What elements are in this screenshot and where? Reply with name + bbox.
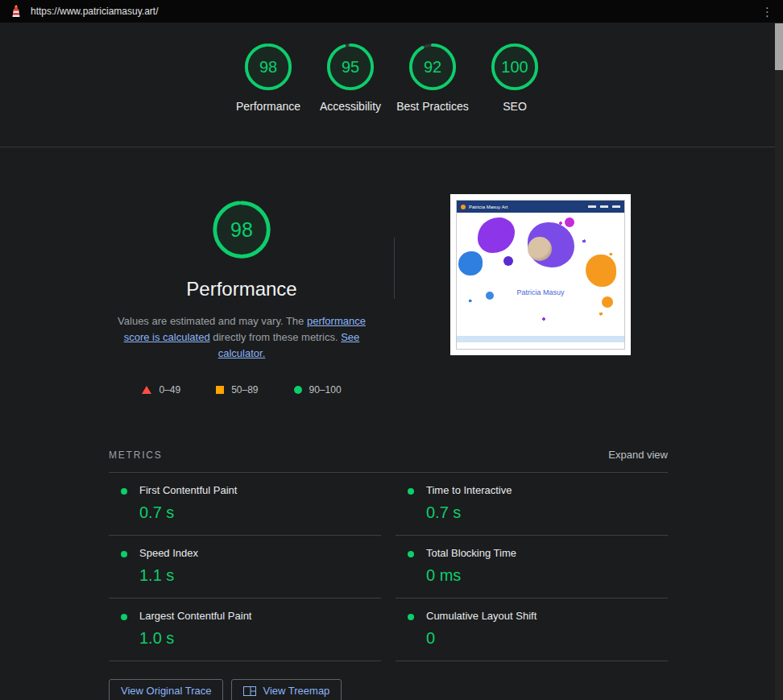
button-label: View Treemap <box>263 685 329 697</box>
metrics-actions: View Original Trace View Treemap <box>109 679 668 700</box>
expand-view-button[interactable]: Expand view <box>608 449 668 461</box>
score-label: Accessibility <box>314 99 387 115</box>
metric-label: First Contentful Paint <box>139 484 381 497</box>
paint-blob <box>586 255 616 287</box>
metric-cumulative-layout-shift: Cumulative Layout Shift 0 <box>396 599 668 661</box>
site-preview: Patricia Masuy Art Patricia Masuy <box>457 201 624 349</box>
performance-description: Values are estimated and may vary. The p… <box>109 313 375 362</box>
vertical-divider <box>394 238 395 299</box>
site-title: Patricia Masuy Art <box>469 205 508 209</box>
metric-speed-index: Speed Index 1.1 s <box>109 536 381 599</box>
view-treemap-button[interactable]: View Treemap <box>231 679 342 700</box>
treemap-icon <box>243 686 256 696</box>
performance-gauge: 98 <box>243 42 293 92</box>
summary-score-accessibility[interactable]: 95 Accessibility <box>314 42 387 147</box>
score-label: Performance <box>232 99 304 115</box>
lighthouse-icon <box>10 5 23 18</box>
legend-range: 50–89 <box>231 384 258 396</box>
site-name: Patricia Masuy <box>457 288 624 296</box>
metric-label: Time to Interactive <box>426 484 668 497</box>
metric-label: Cumulative Layout Shift <box>426 610 668 623</box>
metrics-section: METRICS Expand view First Contentful Pai… <box>109 449 668 700</box>
score-label: SEO <box>478 99 551 115</box>
summary-score-best-practices[interactable]: 92 Best Practices <box>396 42 469 147</box>
score-value: 95 <box>325 42 375 92</box>
site-nav <box>588 205 620 208</box>
average-square-icon <box>216 386 224 394</box>
pass-circle-icon <box>294 386 302 394</box>
pass-dot-icon <box>408 488 414 495</box>
metrics-header: METRICS Expand view <box>109 449 668 472</box>
legend-pass: 90–100 <box>294 384 342 396</box>
legend-range: 0–49 <box>159 384 180 396</box>
description-text: directly from these metrics. <box>210 331 342 343</box>
legend-fail: 0–49 <box>142 384 180 396</box>
final-screenshot-thumbnail: Patricia Masuy Art Patricia Masuy <box>450 194 631 355</box>
pass-dot-icon <box>408 614 414 620</box>
legend-range: 90–100 <box>309 384 342 396</box>
site-logo <box>461 205 466 209</box>
view-original-trace-button[interactable]: View Original Trace <box>109 679 223 700</box>
url-bar: https://www.patriciamasuy.art/ ⋮ <box>0 0 783 23</box>
metric-total-blocking-time: Total Blocking Time 0 ms <box>396 536 668 599</box>
metric-label: Speed Index <box>139 547 381 560</box>
performance-category-gauge: 98 <box>211 199 272 260</box>
kebab-menu-icon[interactable]: ⋮ <box>760 6 775 18</box>
pass-dot-icon <box>121 488 127 495</box>
pass-dot-icon <box>408 551 414 557</box>
metric-value: 0 ms <box>426 565 668 585</box>
metric-value: 1.1 s <box>139 565 381 585</box>
metric-label: Largest Contentful Paint <box>139 610 381 623</box>
score-value: 98 <box>211 199 272 260</box>
metric-largest-contentful-paint: Largest Contentful Paint 1.0 s <box>109 599 381 661</box>
metrics-heading: METRICS <box>109 449 163 461</box>
metric-value: 1.0 s <box>139 628 381 648</box>
score-value: 100 <box>490 42 540 92</box>
metric-value: 0 <box>426 628 668 648</box>
paint-blob <box>602 296 613 308</box>
seo-gauge: 100 <box>490 42 540 92</box>
category-title: Performance <box>109 278 375 300</box>
score-value: 92 <box>408 42 458 92</box>
metric-value: 0.7 s <box>426 503 668 522</box>
metric-time-to-interactive: Time to Interactive 0.7 s <box>396 473 668 536</box>
metrics-grid: First Contentful Paint 0.7 s Time to Int… <box>109 472 668 661</box>
paint-blob <box>565 217 574 227</box>
accessibility-gauge: 95 <box>325 42 375 92</box>
score-value: 98 <box>243 42 293 92</box>
lighthouse-report: https://www.patriciamasuy.art/ ⋮ 98 Perf… <box>0 0 783 700</box>
performance-hero: 98 Performance Values are estimated and … <box>109 194 375 396</box>
paint-blob <box>458 251 483 275</box>
paint-blob <box>503 256 513 266</box>
site-preview-header: Patricia Masuy Art <box>457 201 624 213</box>
button-label: View Original Trace <box>121 685 211 697</box>
tested-url[interactable]: https://www.patriciamasuy.art/ <box>31 6 159 17</box>
scrollbar-thumb[interactable] <box>775 23 783 70</box>
performance-category-header: 98 Performance Values are estimated and … <box>0 147 783 396</box>
summary-score-seo[interactable]: 100 SEO <box>478 42 551 147</box>
metric-label: Total Blocking Time <box>426 547 668 560</box>
site-preview-footer <box>457 336 624 342</box>
score-scale-legend: 0–49 50–89 90–100 <box>109 384 375 396</box>
score-summary: 98 Performance 95 Accessibility 92 Best … <box>0 23 783 147</box>
metric-value: 0.7 s <box>139 503 381 522</box>
score-label: Best Practices <box>396 99 469 115</box>
best-practices-gauge: 92 <box>408 42 458 92</box>
summary-score-performance[interactable]: 98 Performance <box>232 42 304 147</box>
description-text: Values are estimated and may vary. The <box>118 315 307 327</box>
metric-first-contentful-paint: First Contentful Paint 0.7 s <box>109 473 381 536</box>
pass-dot-icon <box>121 614 127 620</box>
fail-triangle-icon <box>142 386 151 394</box>
scrollbar-track[interactable] <box>775 23 783 700</box>
portrait-photo <box>528 237 552 261</box>
legend-average: 50–89 <box>216 384 258 396</box>
site-preview-body: Patricia Masuy <box>457 213 624 342</box>
pass-dot-icon <box>121 551 127 557</box>
